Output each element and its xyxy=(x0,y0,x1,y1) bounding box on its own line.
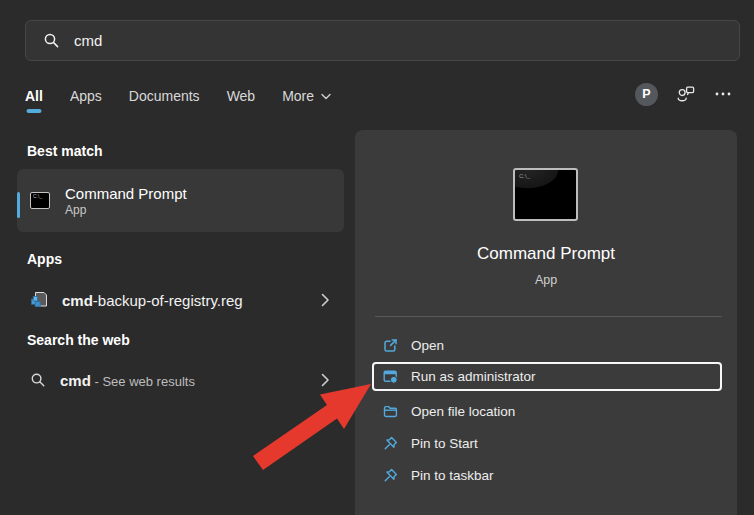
app-result-label-rest: -backup-of-registry.reg xyxy=(93,292,243,309)
tab-documents-label: Documents xyxy=(129,88,200,104)
search-icon xyxy=(43,32,60,49)
best-match-title: Command Prompt xyxy=(65,184,187,203)
pin-icon xyxy=(383,436,398,451)
panel-app-subtitle: App xyxy=(355,273,737,287)
app-result-label-bold: cmd xyxy=(62,292,93,309)
best-match-header: Best match xyxy=(27,143,102,159)
best-match-subtitle: App xyxy=(65,203,187,218)
pin-icon xyxy=(383,468,398,483)
run-as-administrator-icon xyxy=(383,369,398,384)
registry-file-icon xyxy=(30,291,48,309)
web-result-query: cmd xyxy=(60,372,91,389)
panel-app-title: Command Prompt xyxy=(355,244,737,264)
chevron-down-icon xyxy=(321,93,331,100)
tab-all-label: All xyxy=(25,88,43,104)
command-prompt-icon: C:\_ xyxy=(30,192,50,209)
command-prompt-large-icon: C:\_ xyxy=(513,168,578,221)
tab-documents[interactable]: Documents xyxy=(129,88,200,104)
search-filter-tabs: All Apps Documents Web More xyxy=(25,84,331,108)
web-result-label: cmd - See web results xyxy=(60,372,195,389)
action-pin-to-taskbar-label: Pin to taskbar xyxy=(411,468,494,483)
action-run-as-administrator-label: Run as administrator xyxy=(411,369,536,384)
tab-all[interactable]: All xyxy=(25,88,43,104)
open-icon xyxy=(383,338,398,353)
tab-apps[interactable]: Apps xyxy=(70,88,102,104)
tab-web-label: Web xyxy=(227,88,256,104)
feedback-icon[interactable] xyxy=(676,85,696,104)
action-open-label: Open xyxy=(411,338,444,353)
preview-panel: C:\_ Command Prompt App Open Run as admi… xyxy=(355,130,737,515)
avatar-initial: P xyxy=(642,87,650,101)
search-web-header: Search the web xyxy=(27,332,130,348)
app-result-registry-file[interactable]: cmd-backup-of-registry.reg xyxy=(17,280,344,320)
web-search-result[interactable]: cmd - See web results xyxy=(17,362,344,398)
tab-web[interactable]: Web xyxy=(227,88,256,104)
windows-search-window: { "search": { "value": "cmd" }, "tabs": … xyxy=(0,0,754,515)
action-pin-to-taskbar[interactable]: Pin to taskbar xyxy=(372,460,722,490)
chevron-right-icon[interactable] xyxy=(321,373,330,387)
web-result-rest: - See web results xyxy=(91,374,195,389)
panel-divider xyxy=(375,316,722,317)
tab-apps-label: Apps xyxy=(70,88,102,104)
apps-header: Apps xyxy=(27,251,62,267)
tab-more-label: More xyxy=(282,88,314,104)
active-tab-underline xyxy=(26,109,41,113)
app-result-label: cmd-backup-of-registry.reg xyxy=(62,292,243,309)
action-pin-to-start-label: Pin to Start xyxy=(411,436,478,451)
action-run-as-administrator[interactable]: Run as administrator xyxy=(372,362,722,391)
chevron-right-icon[interactable] xyxy=(321,293,330,307)
best-match-text: Command Prompt App xyxy=(65,184,187,218)
action-open-file-location-label: Open file location xyxy=(411,404,515,419)
search-bar[interactable] xyxy=(25,20,740,61)
folder-icon xyxy=(383,404,398,419)
ellipsis-icon[interactable] xyxy=(714,91,732,97)
action-open[interactable]: Open xyxy=(372,330,722,360)
best-match-result[interactable]: C:\_ Command Prompt App xyxy=(17,169,344,232)
tab-more[interactable]: More xyxy=(282,88,331,104)
selection-accent-bar xyxy=(17,192,20,218)
topbar-actions: P xyxy=(635,82,732,106)
user-avatar[interactable]: P xyxy=(635,83,658,106)
search-input[interactable] xyxy=(74,32,694,49)
action-open-file-location[interactable]: Open file location xyxy=(372,396,722,426)
web-search-icon xyxy=(30,372,46,388)
action-pin-to-start[interactable]: Pin to Start xyxy=(372,428,722,458)
